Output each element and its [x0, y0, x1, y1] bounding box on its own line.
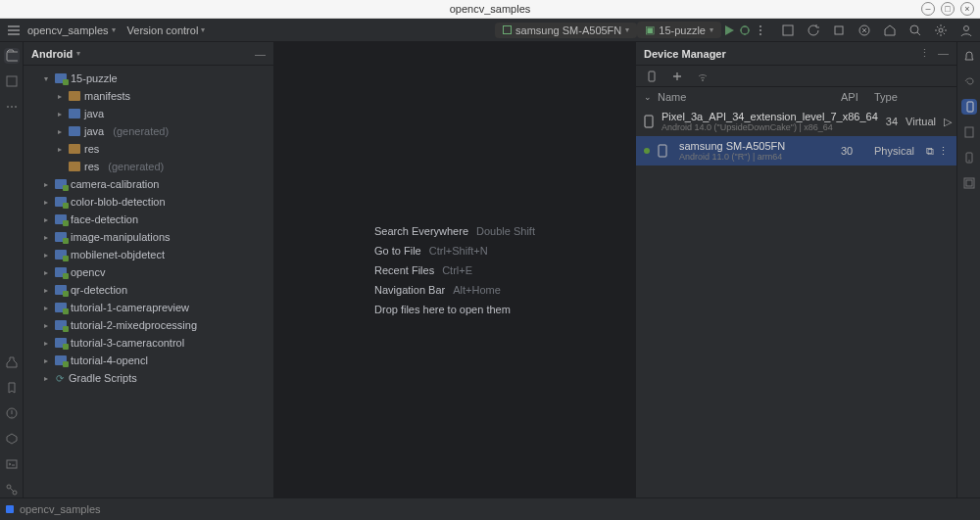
sync-icon[interactable]: [857, 23, 872, 38]
col-name: Name: [658, 91, 686, 103]
svg-rect-10: [7, 52, 18, 61]
device-api: 30: [841, 145, 866, 157]
hamburger-icon[interactable]: [6, 23, 22, 38]
phone-icon: [644, 115, 654, 128]
terminal-button[interactable]: [4, 456, 20, 472]
tree-item-folder[interactable]: ▸res: [24, 140, 273, 158]
hide-panel-button[interactable]: —: [255, 48, 266, 60]
build-tool-button[interactable]: [4, 355, 20, 370]
device-selector[interactable]: samsung SM-A505FN▾: [495, 23, 637, 38]
tree-label: res: [84, 143, 99, 155]
emulator-button[interactable]: [961, 150, 977, 165]
tree-item-gradle[interactable]: ▸⟳Gradle Scripts: [24, 369, 273, 387]
chevron-down-icon[interactable]: ▾: [76, 49, 80, 58]
hint-label: Go to File: [374, 245, 421, 257]
more-tools-button[interactable]: [4, 99, 20, 115]
run-button[interactable]: [721, 23, 737, 38]
tree-label: java: [84, 125, 104, 137]
gradle-icon: ⟳: [54, 372, 66, 384]
editor-hint: Navigation BarAlt+Home: [374, 284, 535, 296]
tree-item-folder[interactable]: res (generated): [24, 158, 273, 175]
project-dropdown[interactable]: opencv_samples▾: [22, 23, 122, 38]
app-quality-icon[interactable]: [882, 23, 898, 38]
project-tool-button[interactable]: [4, 48, 20, 64]
project-tree[interactable]: ▾15-puzzle ▸manifests ▸java ▸java (gener…: [24, 66, 273, 497]
tree-item-folder[interactable]: ▸java (generated): [24, 122, 273, 140]
settings-icon[interactable]: [933, 23, 949, 38]
device-name: samsung SM-A505FN: [679, 140, 833, 152]
bookmarks-button[interactable]: [4, 380, 20, 396]
svg-rect-4: [783, 25, 793, 35]
tree-item-module[interactable]: ▸opencv: [24, 263, 273, 281]
notifications-button[interactable]: [961, 48, 977, 64]
svg-point-2: [760, 29, 761, 31]
device-action-button[interactable]: ⧉: [926, 145, 934, 158]
device-menu-button[interactable]: ⋮: [938, 145, 949, 158]
run-config-name: 15-puzzle: [659, 24, 706, 36]
tree-item-module[interactable]: ▸color-blob-detection: [24, 193, 273, 211]
tree-item-folder[interactable]: ▸manifests: [24, 87, 273, 105]
vcs-tool-button[interactable]: [4, 482, 20, 497]
device-row[interactable]: samsung SM-A505FNAndroid 11.0 ("R") | ar…: [636, 136, 956, 165]
build-icon[interactable]: [831, 23, 847, 38]
tree-item-module[interactable]: ▸image-manipulations: [24, 228, 273, 246]
window-title: opencv_samples: [450, 3, 531, 15]
chevron-down-icon[interactable]: ⌄: [644, 92, 652, 102]
tree-label: face-detection: [71, 213, 138, 225]
layout-inspector-button[interactable]: [961, 175, 977, 191]
services-button[interactable]: [4, 431, 20, 447]
vcs-dropdown[interactable]: Version control▾: [122, 23, 212, 38]
hide-panel-button[interactable]: —: [938, 47, 949, 60]
folder-icon: [69, 109, 80, 118]
minimize-button[interactable]: –: [921, 2, 935, 16]
device-manager-button[interactable]: [961, 99, 977, 115]
svg-point-12: [7, 106, 9, 108]
device-subtitle: Android 14.0 ("UpsideDownCake") | x86_64: [662, 122, 878, 132]
tree-item-module[interactable]: ▸qr-detection: [24, 281, 273, 299]
resource-manager-button[interactable]: [4, 73, 20, 89]
svg-rect-11: [7, 76, 17, 86]
tree-item-module[interactable]: ▸face-detection: [24, 211, 273, 228]
hint-label: Navigation Bar: [374, 284, 445, 296]
panel-options-button[interactable]: ⋮: [919, 47, 930, 60]
device-manager-toolbar: [636, 66, 956, 87]
tree-label: java: [84, 108, 104, 119]
tree-label: manifests: [84, 90, 130, 102]
module-icon: [55, 303, 67, 312]
device-action-button[interactable]: ▷: [944, 116, 952, 128]
reload-icon[interactable]: [806, 23, 821, 38]
folder-icon: [69, 144, 80, 154]
svg-point-1: [760, 25, 761, 27]
pair-device-icon[interactable]: [644, 69, 660, 84]
add-device-icon[interactable]: [669, 69, 685, 84]
tree-item-module[interactable]: ▸tutorial-2-mixedprocessing: [24, 316, 273, 334]
tree-label: 15-puzzle: [71, 72, 118, 84]
tree-item-module[interactable]: ▸tutorial-4-opencl: [24, 352, 273, 369]
close-button[interactable]: ×: [960, 2, 974, 16]
tree-item-module[interactable]: ▸mobilenet-objdetect: [24, 246, 273, 263]
run-config-selector[interactable]: ▣ 15-puzzle▾: [637, 22, 721, 38]
device-row[interactable]: Pixel_3a_API_34_extension_level_7_x86_64…: [636, 107, 956, 136]
module-icon: [55, 320, 67, 330]
more-actions-button[interactable]: [753, 23, 768, 38]
status-project-name: opencv_samples: [20, 503, 101, 515]
svg-rect-24: [965, 127, 973, 137]
module-icon: [55, 285, 67, 295]
tree-item-module[interactable]: ▸camera-calibration: [24, 175, 273, 193]
tree-item-module[interactable]: ▸tutorial-1-camerapreview: [24, 299, 273, 316]
device-type: Virtual: [906, 116, 936, 127]
tree-item-folder[interactable]: ▸java: [24, 105, 273, 122]
wifi-icon[interactable]: [695, 69, 710, 84]
account-icon[interactable]: [958, 23, 974, 38]
gradle-tool-button[interactable]: [961, 73, 977, 89]
running-devices-button[interactable]: [961, 124, 977, 140]
svg-point-0: [741, 26, 749, 34]
tree-item-module[interactable]: ▾15-puzzle: [24, 70, 273, 87]
tree-label: camera-calibration: [71, 178, 159, 190]
maximize-button[interactable]: □: [941, 2, 955, 16]
search-icon[interactable]: [907, 23, 923, 38]
code-with-me-icon[interactable]: [780, 23, 796, 38]
debug-button[interactable]: [737, 23, 753, 38]
problems-button[interactable]: [4, 405, 20, 421]
tree-item-module[interactable]: ▸tutorial-3-cameracontrol: [24, 334, 273, 352]
